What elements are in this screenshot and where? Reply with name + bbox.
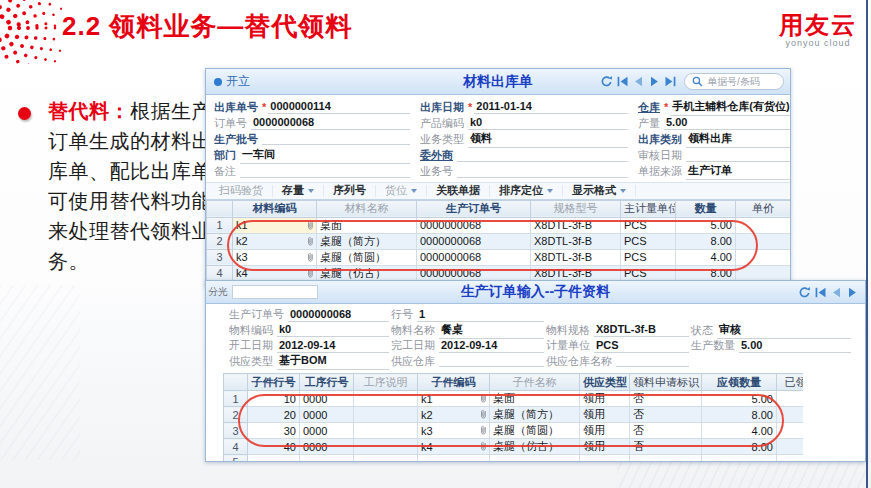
cell-op-no[interactable]: 0000: [300, 407, 354, 423]
field-value[interactable]: 5.00: [739, 339, 851, 353]
field-label-outsourcer[interactable]: 委外商: [420, 148, 453, 163]
cell-unit[interactable]: PCS: [621, 217, 676, 233]
toolbar-item-related-docs[interactable]: 关联单据: [427, 185, 490, 197]
field-value[interactable]: [439, 355, 544, 367]
cell-op-no[interactable]: 0000: [300, 423, 354, 439]
cell-qty[interactable]: 5.00: [676, 217, 736, 233]
field-value[interactable]: [262, 133, 410, 145]
field-value[interactable]: 领料出库: [686, 131, 791, 148]
toolbar-item-scan-check[interactable]: 扫码验货: [210, 185, 273, 197]
cell-name[interactable]: 桌腿（简圆）: [490, 423, 580, 439]
cell-op-desc[interactable]: [354, 423, 418, 439]
cell-qty[interactable]: 5.00: [702, 391, 777, 407]
field-value[interactable]: 手机主辅料仓库(有货位): [670, 99, 791, 116]
table-row[interactable]: 3 30 0000 k3 桌腿（简圆） 领用 否 4.00: [224, 423, 804, 439]
cell-name[interactable]: 桌面: [490, 391, 580, 407]
table-row[interactable]: 1 k1 桌面 0000000068 X8DTL-3f-B PCS 5.00: [207, 217, 791, 233]
toolbar-item-stock[interactable]: 存量: [273, 185, 324, 197]
field-value[interactable]: PCS: [594, 339, 689, 353]
cell-got-qty[interactable]: [777, 407, 804, 423]
cell-price[interactable]: [736, 233, 791, 249]
cell-name[interactable]: 桌面: [317, 217, 417, 233]
table-row[interactable]: 2 k2 桌腿（简方） 0000000068 X8DTL-3f-B PCS 8.…: [207, 233, 791, 249]
toolbar-item-serial[interactable]: 序列号: [324, 185, 376, 197]
cell-qty[interactable]: 4.00: [702, 423, 777, 439]
field-value[interactable]: 2012-09-14: [277, 339, 389, 353]
field-value[interactable]: 1: [417, 308, 544, 322]
field-value[interactable]: [616, 355, 689, 367]
cell-got-qty[interactable]: [777, 439, 804, 455]
refresh-icon[interactable]: [798, 286, 811, 299]
field-value[interactable]: 生产订单: [686, 163, 791, 180]
nav-first-icon[interactable]: [814, 286, 827, 299]
field-value[interactable]: k0: [277, 323, 389, 337]
nav-last-icon[interactable]: [664, 75, 677, 88]
cell-order[interactable]: 0000000068: [417, 249, 531, 265]
field-value[interactable]: [457, 166, 628, 178]
cell-order[interactable]: 0000000068: [417, 233, 531, 249]
field-value[interactable]: k0: [468, 116, 628, 130]
cell-spec[interactable]: X8DTL-3f-B: [531, 249, 621, 265]
table-row[interactable]: 3 k3 桌腿（简圆） 0000000068 X8DTL-3f-B PCS 4.…: [207, 249, 791, 265]
cell-line-no[interactable]: 30: [248, 423, 300, 439]
cell-supply-type[interactable]: 领用: [580, 407, 630, 423]
cell-supply-type[interactable]: 领用: [580, 439, 630, 455]
cell-apply-flag[interactable]: 否: [630, 407, 702, 423]
toolbar-item-sort-locate[interactable]: 排序定位: [490, 185, 563, 197]
cell-line-no[interactable]: 10: [248, 391, 300, 407]
cell-apply-flag[interactable]: 否: [630, 391, 702, 407]
cell-price[interactable]: [736, 217, 791, 233]
cell-qty[interactable]: 8.00: [702, 439, 777, 455]
cell-price[interactable]: [736, 249, 791, 265]
cell-name[interactable]: 桌腿（简方）: [490, 407, 580, 423]
cell-supply-type[interactable]: 领用: [580, 391, 630, 407]
nav-prev-icon[interactable]: [830, 286, 843, 299]
toolbar-item-location[interactable]: 货位: [376, 185, 427, 197]
cell-got-qty[interactable]: [777, 423, 804, 439]
field-value[interactable]: 5.00: [664, 116, 791, 130]
field-value[interactable]: 审核: [717, 322, 851, 339]
field-value[interactable]: 2012-09-14: [439, 339, 544, 353]
cell-unit[interactable]: PCS: [621, 233, 676, 249]
field-value[interactable]: X8DTL-3f-B: [594, 323, 689, 337]
nav-first-icon[interactable]: [616, 75, 629, 88]
cell-name[interactable]: 桌腿（简方）: [317, 233, 417, 249]
cell-spec[interactable]: X8DTL-3f-B: [531, 233, 621, 249]
cell-op-no[interactable]: 0000: [300, 391, 354, 407]
cell-qty[interactable]: 4.00: [676, 249, 736, 265]
field-value[interactable]: 一车间: [240, 147, 410, 164]
cell-apply-flag[interactable]: 否: [630, 423, 702, 439]
cell-line-no[interactable]: 20: [248, 407, 300, 423]
table-row[interactable]: 2 20 0000 k2 桌腿（简方） 领用 否 8.00: [224, 407, 804, 423]
field-value[interactable]: 餐桌: [439, 322, 544, 339]
field-value[interactable]: 基于BOM: [277, 353, 389, 370]
field-value[interactable]: 0000000068: [251, 116, 410, 130]
cell-unit[interactable]: PCS: [621, 249, 676, 265]
cell-name[interactable]: 桌腿（仿古）: [490, 439, 580, 455]
cell-name[interactable]: 桌腿（简圆）: [317, 249, 417, 265]
search-input[interactable]: 单据号/条码: [684, 73, 784, 90]
toolbar-item-display-format[interactable]: 显示格式: [563, 185, 636, 197]
field-value[interactable]: [686, 150, 791, 162]
table-row[interactable]: 5: [224, 455, 804, 463]
cell-got-qty[interactable]: [777, 391, 804, 407]
cell-supply-type[interactable]: 领用: [580, 423, 630, 439]
refresh-icon[interactable]: [600, 75, 613, 88]
cell-qty[interactable]: 8.00: [676, 233, 736, 249]
field-value[interactable]: 0000000068: [288, 308, 389, 322]
nav-next-icon[interactable]: [846, 286, 859, 299]
nav-prev-icon[interactable]: [632, 75, 645, 88]
cell-op-desc[interactable]: [354, 391, 418, 407]
field-value[interactable]: 领料: [468, 131, 628, 148]
cell-spec[interactable]: X8DTL-3f-B: [531, 217, 621, 233]
nav-next-icon[interactable]: [648, 75, 661, 88]
cell-qty[interactable]: 8.00: [702, 407, 777, 423]
cell-order[interactable]: 0000000068: [417, 217, 531, 233]
cell-op-desc[interactable]: [354, 439, 418, 455]
cell-apply-flag[interactable]: 否: [630, 439, 702, 455]
field-value[interactable]: [240, 166, 410, 178]
table-row[interactable]: 4 40 0000 k4 桌腿（仿古） 领用 否 8.00: [224, 439, 804, 455]
cell-op-desc[interactable]: [354, 407, 418, 423]
cell-line-no[interactable]: 40: [248, 439, 300, 455]
field-label-warehouse[interactable]: 仓库: [638, 100, 660, 115]
